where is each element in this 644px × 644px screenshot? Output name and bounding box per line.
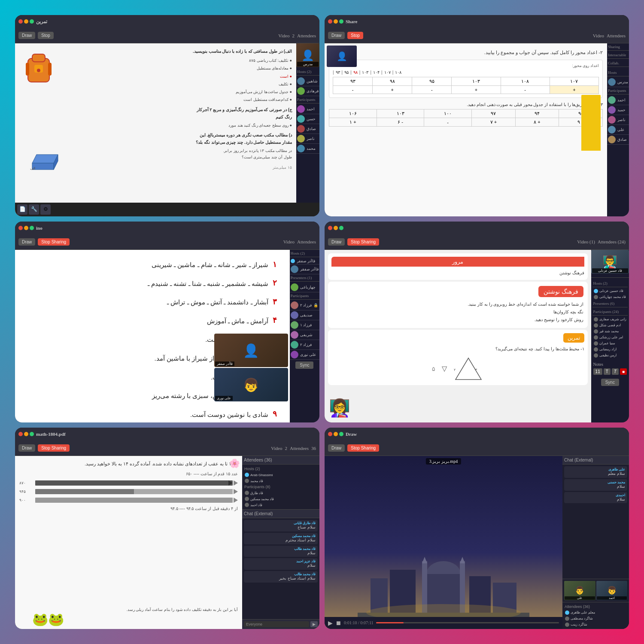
mic-6-3: [565, 623, 569, 627]
avatar-p3-6: [291, 351, 298, 358]
mic-icon-p4-2: [594, 323, 598, 328]
character-illustration: 👩‍🏫: [329, 398, 350, 418]
participant-video-1: 👤 قاآدر صفقر: [214, 334, 288, 367]
video-label-3: Video: [283, 239, 295, 244]
close-btn-6[interactable]: [328, 432, 332, 436]
arrow-right-2: [234, 489, 238, 494]
participant-4-5: سنیا عمران: [592, 340, 628, 346]
attendee-6-3: شاگرد زینب: [564, 622, 628, 628]
attendees-label-3: Attendees: [297, 239, 316, 244]
draw-button-3[interactable]: Draw: [18, 238, 35, 246]
min-btn-5[interactable]: [24, 432, 28, 436]
avatar-pr3-1: [291, 283, 298, 291]
min-btn-6[interactable]: [334, 432, 338, 436]
panel-1-title: تمرین: [36, 19, 47, 24]
avatar-1-7: [297, 145, 305, 152]
taskbar-icon-2[interactable]: 🔧: [29, 204, 39, 215]
send-chat-5[interactable]: ▶: [310, 621, 318, 627]
svg-text:۲: ۲: [454, 368, 456, 372]
lesson-line-3: ۳ آبشار ـ دانشمند ـ آتش ـ موش ـ تراش ـ: [21, 294, 283, 311]
stop-button-1[interactable]: Stop: [38, 32, 54, 39]
stop-btn-6[interactable]: ⏹: [335, 620, 341, 626]
close-btn-5[interactable]: [18, 432, 23, 436]
participants-label-4: Participants (24): [592, 308, 628, 316]
window-controls-5: [18, 432, 34, 436]
math-content-2: 👤 ۲- اعداد محور را کامل کنید. سپس آن جوا…: [325, 43, 607, 216]
host-3-1: قاآدر صفقر: [290, 258, 319, 264]
lesson-line-4: ۴ آرامش ـ ماش ـ آموزش: [21, 312, 283, 329]
participant-5-1: قاد طارق: [243, 490, 318, 496]
panel-6-toolbar: Draw Stop Sharing: [325, 440, 629, 456]
person-icon-1: 👤: [301, 49, 314, 61]
flower-decoration: 🌸: [229, 458, 240, 468]
draw-button-5[interactable]: Draw: [18, 444, 35, 452]
window-controls-4: [328, 226, 343, 230]
play-pause-btn-6[interactable]: ▶: [328, 620, 333, 626]
participant-5-2: قاد محمد مسکین: [243, 496, 318, 502]
taskbar-icon-3[interactable]: ⚙: [40, 204, 51, 215]
window-controls-6: [328, 432, 343, 436]
notes-bold-btn[interactable]: T: [604, 368, 611, 375]
close-btn-3[interactable]: [18, 226, 23, 230]
mic-icon-p4-7: [594, 353, 598, 358]
panel-1-math-whiteboard: تمرین Draw Stop Video 2 Attendees: [15, 15, 319, 216]
stop-button-3[interactable]: Stop Sharing: [38, 238, 70, 246]
avatar-p2-4: [608, 126, 616, 134]
mic-icon-4-2: [594, 295, 598, 299]
notes-toolbar-4: 11 T T ■: [593, 368, 627, 375]
max-btn-1[interactable]: [30, 19, 34, 24]
close-btn-2[interactable]: [328, 19, 332, 24]
notes-size-btn[interactable]: 11: [593, 368, 602, 375]
avatar-1-6: [297, 135, 305, 143]
hosts-section-4: Hosts (2) قاد حسین عزدلی قاد محمد چهاربا…: [591, 279, 629, 360]
max-btn-3[interactable]: [30, 226, 34, 230]
max-btn-2[interactable]: [339, 19, 343, 24]
participant-3-6: علی نوری: [290, 350, 319, 360]
close-btn-1[interactable]: [18, 19, 23, 24]
max-btn-5[interactable]: [30, 432, 34, 436]
draw-button-4[interactable]: Draw: [328, 238, 345, 246]
avatar-h3-1: [291, 259, 295, 263]
avatar-p3-3: [291, 321, 298, 329]
notes-italic-btn[interactable]: T: [612, 368, 619, 375]
sync-button-4[interactable]: Sync: [601, 379, 619, 386]
min-btn-2[interactable]: [334, 19, 338, 24]
avatar-p3-5: [291, 341, 298, 349]
sync-button-3[interactable]: Sync: [295, 361, 313, 369]
participant-3-5: فرزاد ۲: [290, 340, 319, 350]
stop-button-5[interactable]: Stop Sharing: [38, 444, 70, 452]
video-label-4: Video (1): [577, 239, 595, 244]
mic-6-2: [565, 617, 569, 621]
sub-question-5: عدد ۱۵ قدم از ساعت ---- ۶۵۰: [19, 471, 238, 476]
question-2-text: ۳- جمع و تفریق‌ها را با استفاده از جدول …: [329, 102, 603, 107]
mic-5-1: [245, 473, 249, 477]
notes-color-btn[interactable]: ■: [620, 368, 627, 375]
chat-msg-5-4: قاد عزیز احمد سلام: [244, 558, 318, 570]
chat-msg-5-1: قاد طارق قایانی سلام صباح: [244, 520, 318, 532]
draw-button-2[interactable]: Draw: [328, 32, 345, 39]
max-btn-4[interactable]: [339, 226, 343, 230]
stop-button-4[interactable]: Stop Sharing: [347, 238, 379, 246]
mic-p5-3: [245, 503, 249, 507]
mic-icon-4-1: [594, 289, 598, 293]
host-video-1: 👤 مدرس: [296, 43, 319, 67]
taskbar-icon-1[interactable]: 📄: [17, 204, 27, 215]
panel-6-content-wrapper: بریز بریز.3.mp4 ▶ ⏹ 0:01:10 / 0:07:11 Ch…: [325, 456, 629, 629]
whiteboard-area-1: الف الف) در طول مسافتی که با زاده با دنب…: [15, 43, 296, 216]
min-btn-1[interactable]: [24, 19, 28, 24]
stop-button-6[interactable]: Stop Sharing: [347, 444, 379, 452]
vid-thumb-6-1: 👨 علی: [564, 581, 595, 600]
min-btn-4[interactable]: [334, 226, 338, 230]
min-btn-3[interactable]: [24, 226, 28, 230]
draw-button-1[interactable]: Draw: [18, 32, 35, 39]
draw-button-6[interactable]: Draw: [328, 444, 345, 452]
chat-msg-6-3: احمدی سلام: [564, 492, 627, 504]
max-btn-6[interactable]: [339, 432, 343, 436]
lesson-line-9: ۹ شادی با نوشین دوست آست.: [21, 406, 283, 422]
progress-bar-6[interactable]: [376, 622, 559, 623]
collaborate-section-2: Collab.: [607, 60, 629, 67]
stop-button-2[interactable]: Stop: [347, 32, 363, 39]
close-btn-4[interactable]: [328, 226, 332, 230]
vid-name-6-2: احمد: [597, 596, 627, 600]
number-line-3-5: ۹۰۰: [19, 498, 238, 503]
